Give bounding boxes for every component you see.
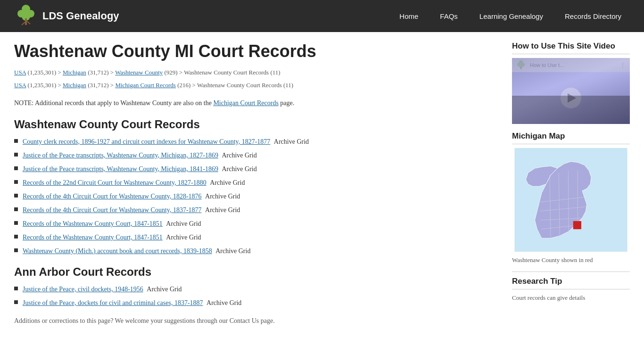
list-item: Washtenaw County (Mich.) account book an…: [14, 246, 498, 256]
video-body: [512, 72, 630, 124]
list-item: Records of the Washtenaw County Court, 1…: [14, 219, 498, 229]
breadcrumb-washtenaw-1[interactable]: Washtenaw County: [115, 69, 163, 76]
svg-rect-29: [573, 221, 581, 229]
record-link[interactable]: Justice of the Peace transcripts, Washte…: [23, 165, 218, 173]
record-link[interactable]: Records of the 4th Circuit Court for Was…: [23, 193, 202, 200]
breadcrumb-usa-2[interactable]: USA: [14, 82, 26, 89]
bullet-icon: [14, 300, 18, 304]
list-item: Justice of the Peace, dockets for civil …: [14, 298, 498, 308]
logo-area[interactable]: LDS Genealogy: [14, 4, 119, 28]
svg-rect-4: [25, 18, 27, 25]
bullet-icon: [14, 180, 18, 184]
breadcrumb-michigan-2[interactable]: Michigan: [63, 82, 86, 89]
research-tip-text: Court records can give details: [512, 293, 630, 303]
michigan-map: [512, 148, 630, 252]
nav-home[interactable]: Home: [391, 8, 427, 24]
breadcrumb-michigan-court[interactable]: Michigan Court Records: [115, 82, 176, 89]
record-link[interactable]: Records of the Washtenaw County Court, 1…: [23, 220, 163, 227]
svg-line-6: [27, 21, 30, 24]
map-caption: Washtenaw County shown in red: [512, 256, 630, 264]
video-preview: How to Use t... ⋮: [512, 58, 630, 124]
logo-text: LDS Genealogy: [42, 10, 119, 22]
video-section: How to Use This Site Video How to Use t.…: [512, 41, 630, 124]
research-tip-title: Research Tip: [512, 277, 630, 289]
record-link[interactable]: Records of the 22nd Circuit Court for Wa…: [23, 179, 206, 186]
page-title: Washtenaw County MI Court Records: [14, 41, 498, 61]
breadcrumb-1: USA (1,235,301) > Michigan (31,712) > Wa…: [14, 68, 498, 78]
annarbor-records-list: Justice of the Peace, civil dockets, 194…: [14, 284, 498, 308]
breadcrumb-michigan-1[interactable]: Michigan: [63, 69, 86, 76]
nav-learning[interactable]: Learning Genealogy: [471, 8, 552, 24]
bullet-icon: [14, 248, 18, 252]
note-text: NOTE: Additional records that apply to W…: [14, 98, 498, 108]
record-link[interactable]: Records of the 4th Circuit Court for Was…: [23, 206, 202, 214]
nav-records[interactable]: Records Directory: [556, 8, 630, 24]
bullet-icon: [14, 166, 18, 170]
bottom-note: Additions or corrections to this page? W…: [14, 317, 498, 325]
list-item: County clerk records, 1896-1927 and circ…: [14, 137, 498, 147]
record-link[interactable]: Justice of the Peace, dockets for civil …: [23, 299, 203, 306]
video-thumbnail[interactable]: How to Use t... ⋮: [512, 58, 630, 124]
list-item: Justice of the Peace transcripts, Washte…: [14, 164, 498, 174]
video-section-title: How to Use This Site Video: [512, 41, 630, 54]
section-title-county: Washtenaw County Court Records: [14, 118, 498, 131]
sidebar-divider: [512, 272, 630, 272]
page-wrapper: Washtenaw County MI Court Records USA (1…: [0, 32, 644, 334]
breadcrumb-usa-1[interactable]: USA: [14, 69, 26, 76]
site-header: LDS Genealogy Home FAQs Learning Genealo…: [0, 0, 644, 32]
bullet-icon: [14, 139, 18, 143]
record-link[interactable]: Justice of the Peace transcripts, Washte…: [23, 152, 218, 159]
section-title-annarbor: Ann Arbor Court Records: [14, 265, 498, 279]
nav-faqs[interactable]: FAQs: [431, 8, 466, 24]
main-content: Washtenaw County MI Court Records USA (1…: [14, 41, 498, 325]
list-item: Records of the Washtenaw County Court, 1…: [14, 232, 498, 242]
bullet-icon: [14, 287, 18, 290]
bullet-icon: [14, 235, 18, 239]
record-link[interactable]: Records of the Washtenaw County Court, 1…: [23, 234, 163, 241]
logo-tree-icon: [14, 4, 38, 28]
bullet-icon: [14, 194, 18, 197]
bullet-icon: [14, 207, 18, 211]
svg-line-5: [22, 22, 25, 25]
bullet-icon: [14, 221, 18, 225]
map-section-title: Michigan Map: [512, 132, 630, 144]
research-tip-section: Research Tip Court records can give deta…: [512, 272, 630, 303]
list-item: Justice of the Peace, civil dockets, 194…: [14, 284, 498, 294]
list-item: Records of the 4th Circuit Court for Was…: [14, 205, 498, 215]
bullet-icon: [14, 153, 18, 156]
record-link[interactable]: Justice of the Peace, civil dockets, 194…: [23, 286, 143, 293]
list-item: Records of the 22nd Circuit Court for Wa…: [14, 178, 498, 188]
map-section: Michigan Map: [512, 132, 630, 264]
main-nav: Home FAQs Learning Genealogy Records Dir…: [391, 8, 630, 24]
record-link[interactable]: Washtenaw County (Mich.) account book an…: [23, 247, 212, 255]
michigan-court-records-link[interactable]: Michigan Court Records: [213, 99, 278, 107]
list-item: Justice of the Peace transcripts, Washte…: [14, 150, 498, 160]
list-item: Records of the 4th Circuit Court for Was…: [14, 191, 498, 201]
breadcrumb-2: USA (1,235,301) > Michigan (31,712) > Mi…: [14, 81, 498, 90]
sidebar: How to Use This Site Video How to Use t.…: [512, 41, 630, 325]
record-link[interactable]: County clerk records, 1896-1927 and circ…: [23, 138, 270, 145]
county-records-list: County clerk records, 1896-1927 and circ…: [14, 137, 498, 256]
